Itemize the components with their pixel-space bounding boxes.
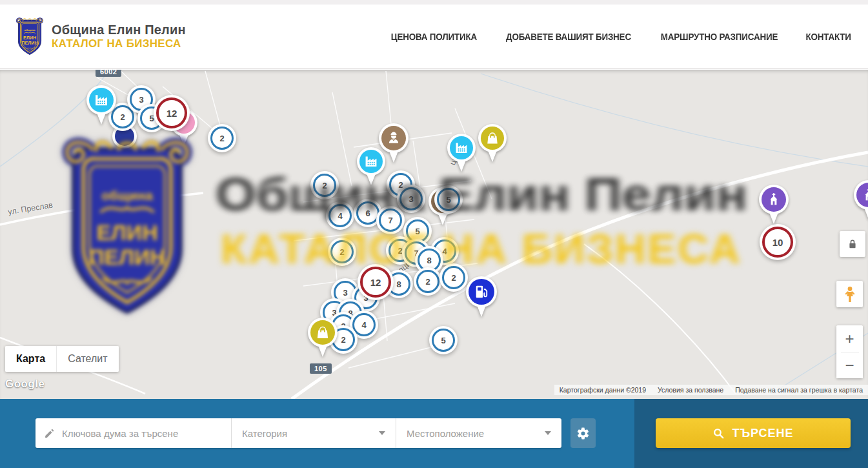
map-pin-church-icon[interactable] — [854, 180, 868, 223]
map-cluster-marker[interactable]: 4 — [326, 201, 354, 230]
map-cluster-marker[interactable]: 3 — [397, 185, 425, 213]
keyword-field[interactable] — [35, 418, 231, 448]
map-type-map-button[interactable]: Карта — [5, 346, 56, 372]
map-pin-bag-icon[interactable] — [478, 124, 507, 165]
map-pin-factory-icon[interactable] — [447, 134, 476, 175]
keyword-input[interactable] — [61, 427, 223, 440]
caret-down-icon — [379, 431, 385, 435]
zoom-in-button[interactable]: + — [836, 326, 863, 352]
location-select[interactable]: Местоположение — [396, 418, 561, 448]
top-strip — [0, 0, 868, 5]
nav-route-schedule[interactable]: МАРШРУТНО РАЗПИСАНИЕ — [661, 32, 778, 42]
map-canvas[interactable]: 6002 105 ул. Преслав бул. „Новоселци" ци… — [0, 70, 868, 399]
search-submit-button[interactable]: ТЪРСЕНЕ — [656, 418, 851, 448]
map-cluster-marker[interactable]: 2 — [414, 267, 442, 296]
map-pin-factory-icon[interactable] — [86, 85, 116, 128]
lock-icon — [846, 238, 859, 250]
nav-pricing-policy[interactable]: ЦЕНОВА ПОЛИТИКА — [391, 32, 477, 42]
map-type-control: Карта Сателит — [5, 346, 119, 372]
search-bar: Категория Местоположение — [0, 399, 634, 468]
business-catalog-page: Община Елин Пелин КАТАЛОГ НА БИЗНЕСА ЦЕН… — [0, 0, 868, 468]
lock-control-button[interactable] — [840, 231, 865, 257]
map-cluster-marker[interactable]: 10 — [760, 224, 796, 260]
pencil-icon — [44, 428, 55, 439]
caret-down-icon — [545, 431, 551, 435]
nav-add-your-business[interactable]: ДОБАВЕТЕ ВАШИЯТ БИЗНЕС — [506, 32, 631, 42]
map-pin-bag-icon[interactable] — [308, 318, 338, 360]
search-fields: Категория Местоположение — [35, 418, 561, 448]
zoom-control: + − — [836, 325, 863, 378]
search-submit-panel: ТЪРСЕНЕ — [634, 399, 868, 468]
site-subtitle: КАТАЛОГ НА БИЗНЕСА — [52, 37, 186, 50]
map-cluster-marker[interactable]: 7 — [376, 206, 405, 234]
map-pin-factory-icon[interactable] — [357, 147, 385, 188]
pegman-icon — [842, 286, 858, 303]
site-logo[interactable]: Община Елин Пелин КАТАЛОГ НА БИЗНЕСА — [14, 17, 186, 57]
search-icon — [712, 427, 725, 440]
zoom-out-button[interactable]: − — [836, 352, 863, 378]
map-pin-fuel-icon[interactable] — [466, 276, 497, 320]
map-cluster-marker[interactable]: 2 — [208, 124, 236, 152]
location-select-label: Местоположение — [407, 428, 484, 439]
attribution-terms-link[interactable]: Условия за ползване — [658, 386, 723, 394]
map-attribution: Картографски данни ©2019 Условия за полз… — [554, 385, 868, 395]
category-select-label: Категория — [242, 428, 287, 439]
municipality-emblem-icon — [14, 17, 45, 57]
map-cluster-marker[interactable]: 5 — [429, 326, 458, 354]
gear-icon — [576, 427, 590, 440]
map-cluster-marker[interactable]: 2 — [328, 238, 356, 266]
map-type-satellite-button[interactable]: Сателит — [56, 346, 118, 372]
advanced-search-button[interactable] — [570, 418, 596, 448]
google-logo[interactable]: Google — [5, 378, 45, 391]
main-nav: ЦЕНОВА ПОЛИТИКА ДОБАВЕТЕ ВАШИЯТ БИЗНЕС М… — [389, 32, 852, 42]
map-cluster-marker[interactable]: 5 — [434, 185, 463, 214]
search-submit-label: ТЪРСЕНЕ — [732, 427, 793, 440]
map-cluster-marker[interactable]: 12 — [358, 264, 394, 300]
pegman-control[interactable] — [836, 281, 863, 307]
nav-contacts[interactable]: КОНТАКТИ — [805, 32, 851, 42]
map-cluster-marker[interactable]: 2 — [310, 171, 339, 199]
site-header: Община Елин Пелин КАТАЛОГ НА БИЗНЕСА ЦЕН… — [0, 5, 868, 69]
category-select[interactable]: Категория — [231, 418, 396, 448]
site-title: Община Елин Пелин — [52, 23, 186, 37]
map-cluster-marker[interactable]: 2 — [439, 263, 468, 292]
map-cluster-marker[interactable]: 12 — [154, 95, 190, 131]
map-markers-layer: 2352223546752274882233383425121210 — [0, 70, 868, 399]
attribution-report-error-link[interactable]: Подаване на сигнал за грешка в картата — [735, 386, 863, 394]
attribution-copyright: Картографски данни ©2019 — [560, 386, 646, 394]
map-pin-church-icon[interactable] — [759, 185, 789, 227]
